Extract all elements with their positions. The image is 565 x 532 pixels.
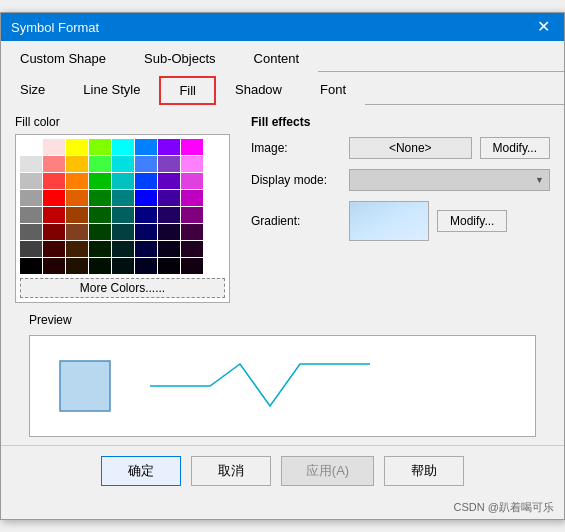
color-cell[interactable]	[158, 224, 180, 240]
color-cell[interactable]	[20, 139, 42, 155]
color-cell[interactable]	[181, 207, 203, 223]
color-cell[interactable]	[135, 190, 157, 206]
color-cell[interactable]	[135, 207, 157, 223]
watermark: CSDN @趴着喝可乐	[1, 498, 564, 519]
color-cell[interactable]	[66, 156, 88, 172]
image-value: <None>	[349, 137, 472, 159]
image-modify-button[interactable]: Modify...	[480, 137, 550, 159]
color-cell[interactable]	[181, 241, 203, 257]
color-cell[interactable]	[43, 258, 65, 274]
color-cell[interactable]	[158, 139, 180, 155]
fill-effects-label: Fill effects	[251, 115, 550, 129]
display-mode-row: Display mode:	[251, 169, 550, 191]
color-cell[interactable]	[20, 241, 42, 257]
apply-button[interactable]: 应用(A)	[281, 456, 374, 486]
color-cell[interactable]	[89, 207, 111, 223]
color-cell[interactable]	[66, 241, 88, 257]
color-cell[interactable]	[66, 190, 88, 206]
color-cell[interactable]	[158, 258, 180, 274]
close-button[interactable]: ✕	[533, 19, 554, 35]
preview-shape	[50, 351, 120, 421]
gradient-row: Gradient: Modify...	[251, 201, 550, 241]
symbol-format-dialog: Symbol Format ✕ Custom Shape Sub-Objects…	[0, 12, 565, 520]
preview-section: Preview	[15, 313, 550, 437]
color-cell[interactable]	[181, 139, 203, 155]
display-mode-label: Display mode:	[251, 173, 341, 187]
color-cell[interactable]	[66, 224, 88, 240]
title-bar: Symbol Format ✕	[1, 13, 564, 41]
image-row: Image: <None> Modify...	[251, 137, 550, 159]
color-cell[interactable]	[43, 241, 65, 257]
bottom-buttons: 确定 取消 应用(A) 帮助	[1, 445, 564, 498]
color-cell[interactable]	[112, 139, 134, 155]
color-cell[interactable]	[158, 190, 180, 206]
color-cell[interactable]	[112, 241, 134, 257]
color-cell[interactable]	[20, 258, 42, 274]
color-cell[interactable]	[158, 207, 180, 223]
tab-sub-objects[interactable]: Sub-Objects	[125, 45, 235, 72]
tab-content[interactable]: Content	[235, 45, 319, 72]
color-cell[interactable]	[135, 139, 157, 155]
color-cell[interactable]	[66, 139, 88, 155]
tab-custom-shape[interactable]: Custom Shape	[1, 45, 125, 72]
gradient-modify-button[interactable]: Modify...	[437, 210, 507, 232]
color-cell[interactable]	[20, 207, 42, 223]
color-cell[interactable]	[89, 224, 111, 240]
color-cell[interactable]	[20, 173, 42, 189]
tab-fill[interactable]: Fill	[159, 76, 216, 105]
color-cell[interactable]	[20, 190, 42, 206]
color-cell[interactable]	[181, 258, 203, 274]
color-cell[interactable]	[89, 156, 111, 172]
color-cell[interactable]	[135, 258, 157, 274]
dialog-title: Symbol Format	[11, 20, 99, 35]
color-cell[interactable]	[43, 190, 65, 206]
tab-line-style[interactable]: Line Style	[64, 76, 159, 105]
gradient-preview	[349, 201, 429, 241]
color-cell[interactable]	[66, 207, 88, 223]
color-cell[interactable]	[43, 139, 65, 155]
color-cell[interactable]	[181, 173, 203, 189]
cancel-button[interactable]: 取消	[191, 456, 271, 486]
color-cell[interactable]	[89, 258, 111, 274]
gradient-label: Gradient:	[251, 214, 341, 228]
color-cell[interactable]	[20, 156, 42, 172]
color-cell[interactable]	[89, 139, 111, 155]
tab-size[interactable]: Size	[1, 76, 64, 105]
color-cell[interactable]	[20, 224, 42, 240]
color-cell[interactable]	[43, 224, 65, 240]
color-cell[interactable]	[66, 258, 88, 274]
help-button[interactable]: 帮助	[384, 456, 464, 486]
color-cell[interactable]	[135, 156, 157, 172]
color-cell[interactable]	[66, 173, 88, 189]
color-cell[interactable]	[112, 173, 134, 189]
color-cell[interactable]	[43, 156, 65, 172]
tab-shadow[interactable]: Shadow	[216, 76, 301, 105]
color-cell[interactable]	[112, 207, 134, 223]
color-cell[interactable]	[181, 224, 203, 240]
color-cell[interactable]	[89, 190, 111, 206]
color-cell[interactable]	[112, 190, 134, 206]
color-cell[interactable]	[181, 156, 203, 172]
display-mode-select[interactable]	[349, 169, 550, 191]
tab-font[interactable]: Font	[301, 76, 365, 105]
ok-button[interactable]: 确定	[101, 456, 181, 486]
color-cell[interactable]	[89, 173, 111, 189]
color-cell[interactable]	[158, 156, 180, 172]
color-grid	[20, 139, 225, 274]
color-cell[interactable]	[181, 190, 203, 206]
color-cell[interactable]	[158, 241, 180, 257]
more-colors-button[interactable]: More Colors......	[20, 278, 225, 298]
color-cell[interactable]	[135, 224, 157, 240]
color-cell[interactable]	[112, 224, 134, 240]
color-cell[interactable]	[43, 207, 65, 223]
tabs-row-1: Custom Shape Sub-Objects Content	[1, 41, 564, 72]
color-cell[interactable]	[135, 241, 157, 257]
color-cell[interactable]	[112, 156, 134, 172]
tabs-row-2: Size Line Style Fill Shadow Font	[1, 72, 564, 105]
color-cell[interactable]	[112, 258, 134, 274]
fill-effects-panel: Fill effects Image: <None> Modify... Dis…	[251, 115, 550, 303]
color-cell[interactable]	[89, 241, 111, 257]
color-cell[interactable]	[158, 173, 180, 189]
color-cell[interactable]	[135, 173, 157, 189]
color-cell[interactable]	[43, 173, 65, 189]
